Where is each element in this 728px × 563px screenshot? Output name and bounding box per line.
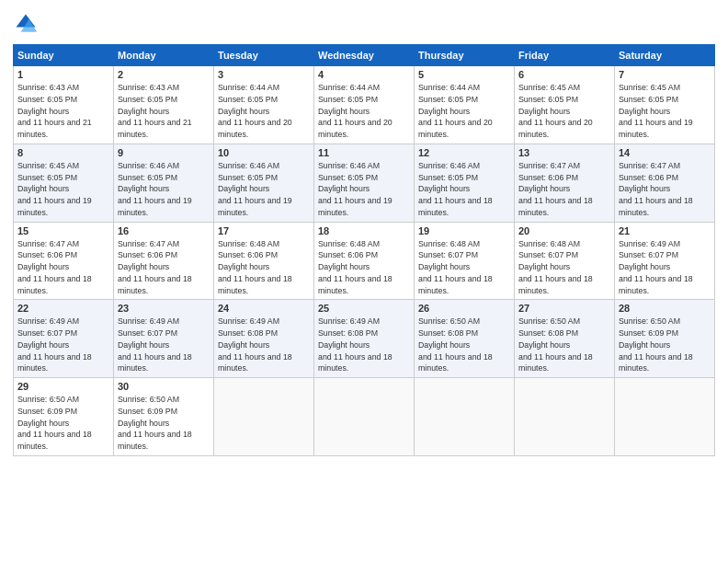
calendar-week-row: 8 Sunrise: 6:45 AMSunset: 6:05 PMDayligh… [14,144,715,222]
page: Sunday Monday Tuesday Wednesday Thursday… [0,0,728,563]
table-row: 2 Sunrise: 6:43 AMSunset: 6:05 PMDayligh… [114,66,214,144]
table-row: 20 Sunrise: 6:48 AMSunset: 6:07 PMDaylig… [515,222,615,300]
day-info: Sunrise: 6:45 AMSunset: 6:05 PMDaylight … [619,83,693,139]
table-row: 24 Sunrise: 6:49 AMSunset: 6:08 PMDaylig… [214,300,314,378]
day-info: Sunrise: 6:47 AMSunset: 6:06 PMDaylight … [118,239,192,295]
col-sunday: Sunday [14,45,114,66]
day-number: 30 [118,381,210,392]
col-saturday: Saturday [615,45,715,66]
day-number: 22 [17,303,109,314]
table-row: 3 Sunrise: 6:44 AMSunset: 6:05 PMDayligh… [214,66,314,144]
table-row [314,378,415,456]
calendar-week-row: 29 Sunrise: 6:50 AMSunset: 6:09 PMDaylig… [14,378,715,456]
day-info: Sunrise: 6:46 AMSunset: 6:05 PMDaylight … [218,161,292,217]
day-number: 28 [619,303,711,314]
day-number: 12 [418,147,510,158]
day-number: 23 [118,303,210,314]
day-info: Sunrise: 6:48 AMSunset: 6:06 PMDaylight … [318,239,392,295]
table-row: 15 Sunrise: 6:47 AMSunset: 6:06 PMDaylig… [14,222,114,300]
table-row: 29 Sunrise: 6:50 AMSunset: 6:09 PMDaylig… [14,378,114,456]
day-info: Sunrise: 6:45 AMSunset: 6:05 PMDaylight … [518,83,593,139]
table-row: 22 Sunrise: 6:49 AMSunset: 6:07 PMDaylig… [14,300,114,378]
day-number: 9 [118,147,210,158]
calendar-table: Sunday Monday Tuesday Wednesday Thursday… [13,44,715,456]
table-row: 13 Sunrise: 6:47 AMSunset: 6:06 PMDaylig… [515,144,615,222]
day-number: 13 [518,147,610,158]
day-number: 25 [318,303,410,314]
day-info: Sunrise: 6:48 AMSunset: 6:07 PMDaylight … [418,239,493,295]
table-row [415,378,515,456]
table-row: 27 Sunrise: 6:50 AMSunset: 6:08 PMDaylig… [515,300,615,378]
table-row: 23 Sunrise: 6:49 AMSunset: 6:07 PMDaylig… [114,300,214,378]
table-row: 14 Sunrise: 6:47 AMSunset: 6:06 PMDaylig… [615,144,715,222]
day-number: 11 [318,147,410,158]
day-number: 2 [118,69,210,80]
col-thursday: Thursday [415,45,515,66]
table-row: 11 Sunrise: 6:46 AMSunset: 6:05 PMDaylig… [314,144,415,222]
calendar-week-row: 1 Sunrise: 6:43 AMSunset: 6:05 PMDayligh… [14,66,715,144]
day-info: Sunrise: 6:49 AMSunset: 6:08 PMDaylight … [318,316,392,373]
day-number: 29 [17,381,109,392]
day-info: Sunrise: 6:44 AMSunset: 6:05 PMDaylight … [418,83,493,139]
day-number: 6 [518,69,610,80]
day-info: Sunrise: 6:47 AMSunset: 6:06 PMDaylight … [619,161,693,217]
col-tuesday: Tuesday [214,45,314,66]
day-number: 14 [619,147,711,158]
day-number: 16 [118,225,210,236]
calendar-week-row: 22 Sunrise: 6:49 AMSunset: 6:07 PMDaylig… [14,300,715,378]
day-info: Sunrise: 6:43 AMSunset: 6:05 PMDaylight … [17,83,92,139]
table-row [214,378,314,456]
day-info: Sunrise: 6:44 AMSunset: 6:05 PMDaylight … [318,83,392,139]
table-row: 21 Sunrise: 6:49 AMSunset: 6:07 PMDaylig… [615,222,715,300]
table-row: 7 Sunrise: 6:45 AMSunset: 6:05 PMDayligh… [615,66,715,144]
day-info: Sunrise: 6:49 AMSunset: 6:07 PMDaylight … [118,316,192,373]
table-row: 30 Sunrise: 6:50 AMSunset: 6:09 PMDaylig… [114,378,214,456]
day-number: 18 [318,225,410,236]
table-row [615,378,715,456]
day-number: 4 [318,69,410,80]
table-row: 19 Sunrise: 6:48 AMSunset: 6:07 PMDaylig… [415,222,515,300]
day-info: Sunrise: 6:45 AMSunset: 6:05 PMDaylight … [17,161,92,217]
day-number: 8 [17,147,109,158]
day-number: 3 [218,69,310,80]
table-row: 26 Sunrise: 6:50 AMSunset: 6:08 PMDaylig… [415,300,515,378]
day-info: Sunrise: 6:48 AMSunset: 6:06 PMDaylight … [218,239,292,295]
day-number: 26 [418,303,510,314]
day-info: Sunrise: 6:47 AMSunset: 6:06 PMDaylight … [17,239,92,295]
day-info: Sunrise: 6:49 AMSunset: 6:08 PMDaylight … [218,316,292,373]
table-row: 25 Sunrise: 6:49 AMSunset: 6:08 PMDaylig… [314,300,415,378]
day-info: Sunrise: 6:47 AMSunset: 6:06 PMDaylight … [518,161,593,217]
day-info: Sunrise: 6:50 AMSunset: 6:09 PMDaylight … [118,395,192,451]
day-number: 5 [418,69,510,80]
table-row: 10 Sunrise: 6:46 AMSunset: 6:05 PMDaylig… [214,144,314,222]
day-number: 20 [518,225,610,236]
day-number: 15 [17,225,109,236]
day-info: Sunrise: 6:50 AMSunset: 6:08 PMDaylight … [418,316,493,373]
day-number: 10 [218,147,310,158]
day-number: 24 [218,303,310,314]
calendar-week-row: 15 Sunrise: 6:47 AMSunset: 6:06 PMDaylig… [14,222,715,300]
day-number: 21 [619,225,711,236]
day-info: Sunrise: 6:48 AMSunset: 6:07 PMDaylight … [518,239,593,295]
day-info: Sunrise: 6:50 AMSunset: 6:09 PMDaylight … [619,316,693,373]
col-friday: Friday [515,45,615,66]
table-row: 1 Sunrise: 6:43 AMSunset: 6:05 PMDayligh… [14,66,114,144]
day-info: Sunrise: 6:50 AMSunset: 6:08 PMDaylight … [518,316,593,373]
day-number: 27 [518,303,610,314]
table-row: 18 Sunrise: 6:48 AMSunset: 6:06 PMDaylig… [314,222,415,300]
day-number: 1 [17,69,109,80]
day-info: Sunrise: 6:44 AMSunset: 6:05 PMDaylight … [218,83,292,139]
table-row: 8 Sunrise: 6:45 AMSunset: 6:05 PMDayligh… [14,144,114,222]
day-info: Sunrise: 6:46 AMSunset: 6:05 PMDaylight … [318,161,392,217]
day-info: Sunrise: 6:50 AMSunset: 6:09 PMDaylight … [17,395,92,451]
day-info: Sunrise: 6:49 AMSunset: 6:07 PMDaylight … [17,316,92,373]
header [13,11,715,37]
day-number: 17 [218,225,310,236]
day-info: Sunrise: 6:43 AMSunset: 6:05 PMDaylight … [118,83,192,139]
day-number: 7 [619,69,711,80]
calendar-header-row: Sunday Monday Tuesday Wednesday Thursday… [14,45,715,66]
table-row: 5 Sunrise: 6:44 AMSunset: 6:05 PMDayligh… [415,66,515,144]
table-row: 9 Sunrise: 6:46 AMSunset: 6:05 PMDayligh… [114,144,214,222]
col-monday: Monday [114,45,214,66]
table-row: 16 Sunrise: 6:47 AMSunset: 6:06 PMDaylig… [114,222,214,300]
